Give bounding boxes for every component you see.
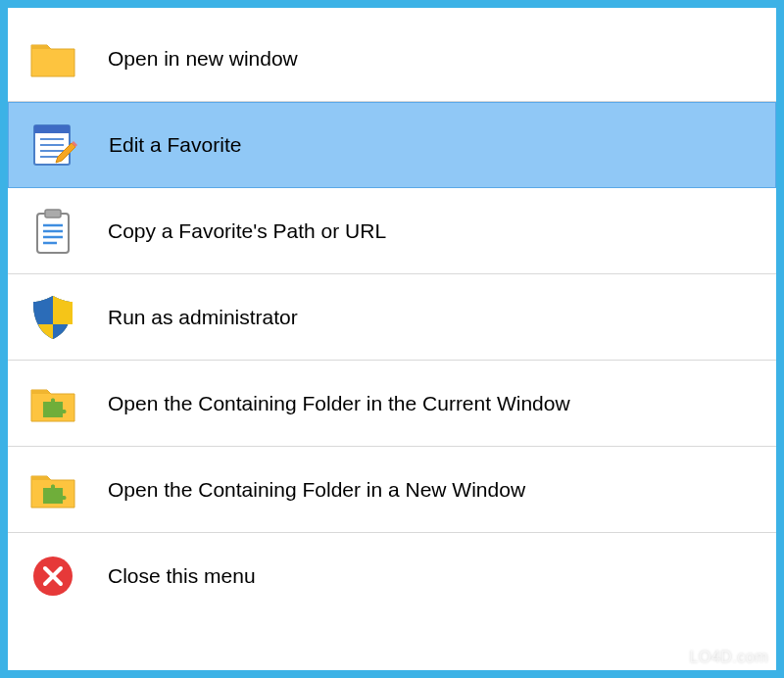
menu-item-label: Open the Containing Folder in a New Wind… xyxy=(108,478,525,502)
menu-item-open-containing-current[interactable]: Open the Containing Folder in the Curren… xyxy=(8,361,776,447)
menu-item-edit-favorite[interactable]: Edit a Favorite xyxy=(8,102,776,188)
svg-rect-7 xyxy=(45,210,61,218)
window-frame: Open in new window Edit a Favorite xyxy=(0,0,784,678)
menu-item-open-containing-new[interactable]: Open the Containing Folder in a New Wind… xyxy=(8,447,776,533)
clipboard-icon xyxy=(25,204,80,259)
watermark-text: LO4D.com xyxy=(690,649,768,666)
menu-item-label: Open in new window xyxy=(108,47,298,71)
svg-rect-6 xyxy=(37,214,69,253)
menu-item-label: Edit a Favorite xyxy=(109,133,241,157)
folder-puzzle-icon xyxy=(25,376,80,431)
shield-icon xyxy=(25,290,80,345)
menu-item-label: Open the Containing Folder in the Curren… xyxy=(108,392,570,415)
menu-item-close-menu[interactable]: Close this menu xyxy=(8,533,776,619)
folder-puzzle-icon xyxy=(25,462,80,517)
edit-favorite-icon xyxy=(26,118,81,172)
menu-item-label: Copy a Favorite's Path or URL xyxy=(108,219,386,243)
menu-item-label: Close this menu xyxy=(108,564,256,588)
context-menu: Open in new window Edit a Favorite xyxy=(8,8,776,670)
close-icon xyxy=(25,549,80,604)
svg-rect-1 xyxy=(34,125,70,133)
menu-item-run-admin[interactable]: Run as administrator xyxy=(8,274,776,361)
folder-icon xyxy=(25,31,80,86)
menu-item-open-new-window[interactable]: Open in new window xyxy=(8,16,776,102)
menu-item-copy-path[interactable]: Copy a Favorite's Path or URL xyxy=(8,188,776,274)
menu-item-label: Run as administrator xyxy=(108,306,298,329)
